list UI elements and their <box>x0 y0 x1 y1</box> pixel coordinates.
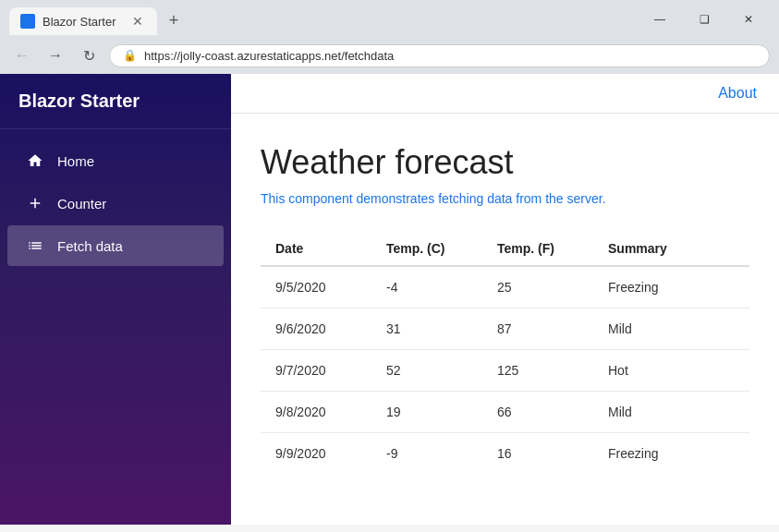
about-link[interactable]: About <box>718 85 757 102</box>
weather-table: Date Temp. (C) Temp. (F) Summary 9/5/202… <box>261 232 749 474</box>
sidebar-item-counter[interactable]: Counter <box>7 183 224 224</box>
list-icon <box>26 236 44 255</box>
sidebar-brand: Blazor Starter <box>0 74 231 129</box>
cell-tempc: -9 <box>371 433 482 475</box>
cell-summary: Freezing <box>593 266 749 308</box>
cell-tempf: 66 <box>482 392 593 433</box>
cell-tempc: 52 <box>371 350 482 392</box>
cell-tempf: 125 <box>482 350 593 392</box>
tab-close-button[interactable]: ✕ <box>129 13 146 30</box>
page-title: Weather forecast <box>261 143 749 182</box>
url-text: https://jolly-coast.azurestaticapps.net/… <box>144 49 394 63</box>
sidebar-item-home-label: Home <box>57 153 94 169</box>
table-row: 9/5/2020-425Freezing <box>261 266 749 308</box>
tab-title: Blazor Starter <box>43 15 116 29</box>
table-header: Date Temp. (C) Temp. (F) Summary <box>261 232 749 266</box>
cell-date: 9/8/2020 <box>261 392 371 433</box>
top-bar: About <box>231 74 779 114</box>
sidebar-item-home[interactable]: Home <box>7 140 224 181</box>
browser-titlebar: Blazor Starter ✕ + — ❑ ✕ <box>0 0 779 37</box>
cell-date: 9/7/2020 <box>261 350 371 392</box>
col-header-tempf: Temp. (F) <box>482 232 593 266</box>
forward-button[interactable]: → <box>43 42 68 68</box>
cell-summary: Mild <box>593 308 749 350</box>
plus-icon <box>26 194 44 212</box>
reload-button[interactable]: ↻ <box>76 42 102 68</box>
minimize-button[interactable]: — <box>639 6 681 33</box>
table-body: 9/5/2020-425Freezing9/6/20203187Mild9/7/… <box>261 266 749 474</box>
cell-summary: Hot <box>593 350 749 392</box>
table-row: 9/9/2020-916Freezing <box>261 433 749 475</box>
window-controls: — ❑ ✕ <box>639 6 770 33</box>
cell-date: 9/5/2020 <box>261 266 371 308</box>
lock-icon: 🔒 <box>123 49 137 62</box>
app-container: Blazor Starter Home Counter <box>0 74 779 525</box>
col-header-summary: Summary <box>593 232 749 266</box>
cell-tempc: 31 <box>371 308 482 350</box>
sidebar-item-fetchdata-label: Fetch data <box>57 238 123 254</box>
cell-date: 9/6/2020 <box>261 308 371 350</box>
col-header-tempc: Temp. (C) <box>371 232 482 266</box>
table-header-row: Date Temp. (C) Temp. (F) Summary <box>261 232 749 266</box>
back-button[interactable]: ← <box>9 42 35 68</box>
table-row: 9/8/20201966Mild <box>261 392 749 433</box>
browser-toolbar: ← → ↻ 🔒 https://jolly-coast.azurestatica… <box>0 37 779 74</box>
main-content: About Weather forecast This component de… <box>231 74 779 525</box>
tab-favicon <box>20 14 35 29</box>
close-button[interactable]: ✕ <box>727 6 770 33</box>
address-bar[interactable]: 🔒 https://jolly-coast.azurestaticapps.ne… <box>109 44 770 67</box>
browser-chrome: Blazor Starter ✕ + — ❑ ✕ ← → ↻ 🔒 https:/… <box>0 0 779 74</box>
col-header-date: Date <box>261 232 371 266</box>
content-area: Weather forecast This component demonstr… <box>231 114 779 503</box>
new-tab-button[interactable]: + <box>161 7 187 33</box>
page-subtitle: This component demonstrates fetching dat… <box>261 191 749 206</box>
table-row: 9/6/20203187Mild <box>261 308 749 350</box>
home-icon <box>26 151 44 170</box>
table-row: 9/7/202052125Hot <box>261 350 749 392</box>
sidebar-item-fetchdata[interactable]: Fetch data <box>7 225 224 266</box>
cell-tempc: -4 <box>371 266 482 308</box>
sidebar: Blazor Starter Home Counter <box>0 74 231 525</box>
sidebar-item-counter-label: Counter <box>57 196 106 212</box>
sidebar-nav: Home Counter Fetch data <box>0 129 231 277</box>
cell-tempf: 16 <box>482 433 593 475</box>
cell-date: 9/9/2020 <box>261 433 371 475</box>
maximize-button[interactable]: ❑ <box>683 6 725 33</box>
cell-tempc: 19 <box>371 392 482 433</box>
browser-tab-active[interactable]: Blazor Starter ✕ <box>9 7 157 35</box>
cell-summary: Freezing <box>593 433 749 475</box>
cell-tempf: 25 <box>482 266 593 308</box>
browser-tabs: Blazor Starter ✕ + <box>9 7 187 35</box>
cell-tempf: 87 <box>482 308 593 350</box>
cell-summary: Mild <box>593 392 749 433</box>
